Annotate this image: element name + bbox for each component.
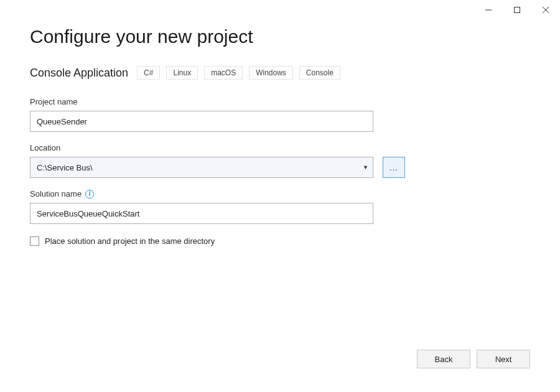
location-combobox[interactable]: ▼ bbox=[30, 157, 373, 178]
next-button[interactable]: Next bbox=[477, 350, 530, 368]
tag-csharp: C# bbox=[137, 66, 160, 80]
project-name-input[interactable] bbox=[30, 111, 373, 132]
tag-linux: Linux bbox=[166, 66, 198, 80]
location-label: Location bbox=[30, 143, 530, 152]
tag-macos: macOS bbox=[204, 66, 243, 80]
tag-console: Console bbox=[299, 66, 340, 80]
minimize-button[interactable] bbox=[474, 0, 503, 20]
page-title: Configure your new project bbox=[30, 26, 530, 47]
location-input[interactable] bbox=[30, 157, 373, 178]
window-controls bbox=[474, 0, 560, 20]
project-name-label: Project name bbox=[30, 97, 530, 106]
close-button[interactable] bbox=[531, 0, 560, 20]
same-directory-checkbox[interactable] bbox=[30, 236, 39, 246]
maximize-button[interactable] bbox=[503, 0, 531, 20]
template-tags: C# Linux macOS Windows Console bbox=[137, 66, 340, 80]
svg-rect-1 bbox=[515, 7, 520, 13]
browse-button[interactable]: ... bbox=[383, 157, 405, 178]
back-button[interactable]: Back bbox=[417, 350, 470, 368]
template-name: Console Application bbox=[30, 67, 128, 80]
solution-name-input[interactable] bbox=[30, 203, 373, 224]
template-header: Console Application C# Linux macOS Windo… bbox=[30, 66, 530, 80]
tag-windows: Windows bbox=[249, 66, 293, 80]
same-directory-label: Place solution and project in the same d… bbox=[45, 236, 215, 246]
solution-name-label: Solution name bbox=[30, 189, 82, 198]
info-icon[interactable]: i bbox=[85, 190, 94, 198]
